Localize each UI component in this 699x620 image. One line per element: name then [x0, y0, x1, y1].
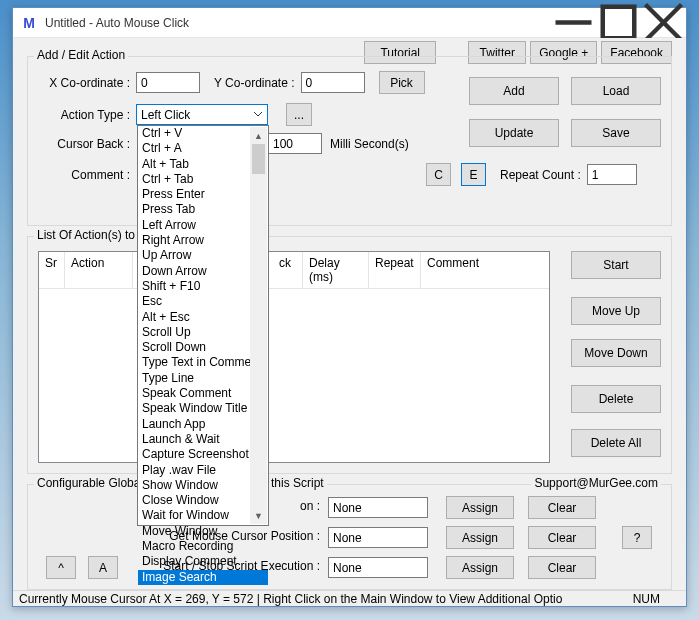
close-button[interactable] [641, 8, 686, 38]
dropdown-item[interactable]: Type Line [138, 371, 268, 386]
dropdown-item[interactable]: Esc [138, 294, 268, 309]
dropdown-item[interactable]: Display Comment [138, 554, 268, 569]
dropdown-item[interactable]: Speak Comment [138, 386, 268, 401]
dropdown-item[interactable]: Up Arrow [138, 248, 268, 263]
comment-label: Comment : [38, 168, 130, 182]
delay-input[interactable] [268, 133, 322, 154]
titlebar[interactable]: M Untitled - Auto Mouse Click [13, 8, 686, 38]
dropdown-item[interactable]: Capture Screenshot [138, 447, 268, 462]
action-type-label: Action Type : [38, 108, 130, 122]
update-button[interactable]: Update [469, 119, 559, 147]
list-legend: List Of Action(s) to [34, 228, 138, 242]
action-type-value: Left Click [141, 108, 190, 122]
col-comment[interactable]: Comment [421, 252, 549, 288]
dropdown-item[interactable]: Down Arrow [138, 264, 268, 279]
assign2-button[interactable]: Assign [446, 526, 514, 549]
dropdown-item[interactable]: Ctrl + A [138, 141, 268, 156]
action-type-combo[interactable]: Left Click Ctrl + VCtrl + AAlt + TabCtrl… [136, 104, 268, 125]
shortcuts-panel: Configurable Global this Script Support@… [27, 484, 672, 590]
scroll-down-icon[interactable]: ▼ [250, 507, 267, 524]
movedown-button[interactable]: Move Down [571, 339, 661, 367]
dropdown-item[interactable]: Show Window [138, 478, 268, 493]
col-repeat[interactable]: Repeat [369, 252, 421, 288]
dropdown-item[interactable]: Alt + Esc [138, 310, 268, 325]
x-input[interactable] [136, 72, 200, 93]
actions-grid[interactable]: Sr Action ck Delay (ms) Repeat Comment [38, 251, 550, 463]
dropdown-item[interactable]: Scroll Down [138, 340, 268, 355]
dropdown-item[interactable]: Press Enter [138, 187, 268, 202]
e-button[interactable]: E [461, 163, 486, 186]
shortcuts-legend-mid: this Script [268, 476, 327, 490]
panel-legend: Add / Edit Action [34, 48, 128, 62]
add-button[interactable]: Add [469, 77, 559, 105]
app-logo-icon: M [21, 15, 37, 31]
assign1-button[interactable]: Assign [446, 496, 514, 519]
dropdown-item[interactable]: Ctrl + V [138, 126, 268, 141]
help-button[interactable]: ? [622, 526, 652, 549]
dropdown-item[interactable]: Close Window [138, 493, 268, 508]
shortcut3-input[interactable] [328, 557, 428, 578]
load-button[interactable]: Load [571, 77, 661, 105]
window-title: Untitled - Auto Mouse Click [45, 16, 551, 30]
col-sr[interactable]: Sr [39, 252, 65, 288]
c-button[interactable]: C [426, 163, 451, 186]
dropdown-item[interactable]: Alt + Tab [138, 157, 268, 172]
dropdown-item[interactable]: Press Tab [138, 202, 268, 217]
ms-label: Milli Second(s) [330, 137, 409, 151]
y-input[interactable] [301, 72, 365, 93]
maximize-button[interactable] [596, 8, 641, 38]
col-ck[interactable]: ck [273, 252, 303, 288]
client-area: Tutorial Twitter Google + Facebook Add /… [13, 38, 686, 590]
deleteall-button[interactable]: Delete All [571, 429, 661, 457]
clear3-button[interactable]: Clear [528, 556, 596, 579]
shortcut2-input[interactable] [328, 527, 428, 548]
dropdown-item[interactable]: Scroll Up [138, 325, 268, 340]
pick-button[interactable]: Pick [379, 71, 425, 94]
add-edit-panel: Add / Edit Action X Co-ordinate : Y Co-o… [27, 56, 672, 226]
col-action[interactable]: Action [65, 252, 133, 288]
dropdown-item[interactable]: Right Arrow [138, 233, 268, 248]
start-button[interactable]: Start [571, 251, 661, 279]
dropdown-item[interactable]: Macro Recording [138, 539, 268, 554]
svg-rect-1 [603, 7, 635, 39]
dropdown-item[interactable]: Shift + F10 [138, 279, 268, 294]
cursor-back-label: Cursor Back : [38, 137, 130, 151]
repeat-label: Repeat Count : [500, 168, 581, 182]
dropdown-item[interactable]: Image Search [138, 570, 268, 585]
minimize-button[interactable] [551, 8, 596, 38]
dropdown-item[interactable]: Play .wav File [138, 463, 268, 478]
dropdown-item[interactable]: Left Arrow [138, 218, 268, 233]
assign3-button[interactable]: Assign [446, 556, 514, 579]
y-label: Y Co-ordinate : [214, 76, 295, 90]
col-delay[interactable]: Delay (ms) [303, 252, 369, 288]
status-text: Currently Mouse Cursor At X = 269, Y = 5… [19, 592, 562, 606]
shortcut1-input[interactable] [328, 497, 428, 518]
action-type-dropdown[interactable]: Ctrl + VCtrl + AAlt + TabCtrl + TabPress… [137, 125, 269, 526]
moveup-button[interactable]: Move Up [571, 297, 661, 325]
scroll-thumb[interactable] [252, 144, 265, 174]
a-button[interactable]: A [88, 556, 118, 579]
dropdown-scrollbar[interactable]: ▲ ▼ [250, 127, 267, 524]
caret-button[interactable]: ^ [46, 556, 76, 579]
clear1-button[interactable]: Clear [528, 496, 596, 519]
on-label: on : [300, 499, 320, 513]
status-num: NUM [633, 592, 680, 606]
support-link[interactable]: Support@MurGee.com [531, 476, 661, 490]
save-button[interactable]: Save [571, 119, 661, 147]
actions-list-panel: List Of Action(s) to Sr Action ck Delay … [27, 236, 672, 474]
scroll-up-icon[interactable]: ▲ [250, 127, 267, 144]
dropdown-item[interactable]: Type Text in Comment [138, 355, 268, 370]
clear2-button[interactable]: Clear [528, 526, 596, 549]
shortcuts-legend-left: Configurable Global [34, 476, 146, 490]
dropdown-item[interactable]: Ctrl + Tab [138, 172, 268, 187]
dropdown-item[interactable]: Move Window [138, 524, 268, 539]
dropdown-item[interactable]: Launch & Wait [138, 432, 268, 447]
status-bar: Currently Mouse Cursor At X = 269, Y = 5… [13, 590, 686, 606]
ellipsis-button[interactable]: ... [286, 103, 312, 126]
dropdown-item[interactable]: Speak Window Title [138, 401, 268, 416]
dropdown-item[interactable]: Launch App [138, 417, 268, 432]
dropdown-item[interactable]: Wait for Window [138, 508, 268, 523]
delete-button[interactable]: Delete [571, 385, 661, 413]
x-label: X Co-ordinate : [38, 76, 130, 90]
repeat-input[interactable] [587, 164, 637, 185]
